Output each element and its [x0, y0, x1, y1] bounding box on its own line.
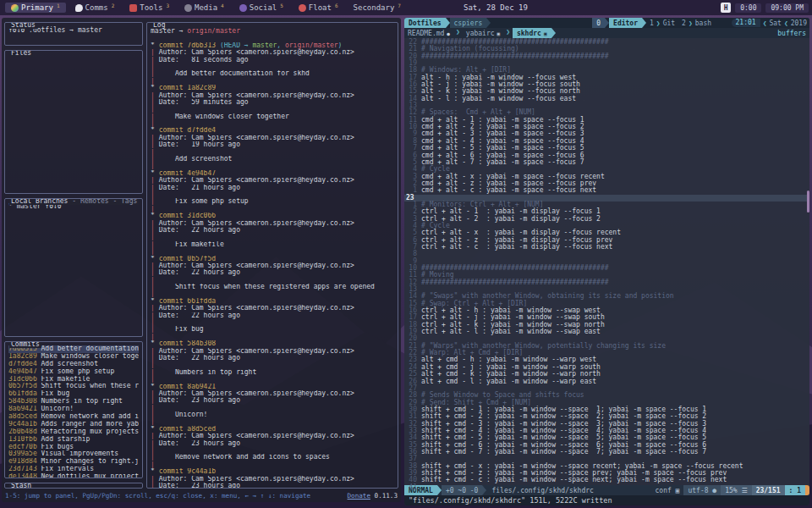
editor-line[interactable]: 8	[404, 251, 809, 257]
space-item-media[interactable]: Media4	[178, 3, 230, 13]
buffer-tab[interactable]: README.md●	[404, 28, 453, 38]
timer-app-icon[interactable]: H	[721, 3, 731, 13]
log-line: * commit 8a69421	[151, 384, 394, 390]
commit-row[interactable]: a8d5ced Remove network and add icons t	[8, 413, 139, 421]
space-item-float[interactable]: Float6	[293, 3, 344, 13]
space-label: Secondary	[354, 3, 395, 12]
buffer-file-icon: ▣	[497, 30, 501, 36]
commit-row[interactable]: 0399a5e Visual improvements	[8, 450, 139, 458]
clock[interactable]: 09:00 PM	[765, 3, 809, 13]
commit-row[interactable]: 584b308 Numbers in top right	[8, 398, 139, 406]
editor-line[interactable]: 12######################################…	[404, 279, 809, 286]
editor-line[interactable]: 36shift + cmd - 7 : yabai -m window --sp…	[404, 449, 809, 456]
log-line: * commit 1a82c89	[151, 85, 394, 91]
editor-line[interactable]: 19ctrl + alt - l : yabai -m window --swa…	[404, 329, 809, 335]
editor-line[interactable]: 10######################################…	[404, 265, 809, 272]
commit-row[interactable]: 1a82c89 Make windows closer together	[8, 353, 139, 361]
space-label: Media	[195, 3, 217, 12]
tmux-window-index[interactable]: 0	[592, 18, 605, 28]
log-line: |	[151, 334, 394, 340]
log-line: * commit a8d5ced	[151, 426, 394, 433]
commit-row[interactable]: 4e94b47 Fix some php setup	[8, 368, 139, 376]
space-item-tools[interactable]: Tools3	[123, 3, 175, 13]
log-line: | Author: Cam Spiers <cameron.spiers@hey…	[151, 390, 394, 397]
log-line: * commit 9c44a1b	[151, 468, 394, 475]
chat-icon	[75, 4, 83, 12]
status-panel[interactable]: Status ↑0↓0 .dotfiles → master	[4, 22, 143, 46]
log-line: | Fix makefile	[151, 241, 394, 248]
log-line: | Date: 23 hours ago	[151, 440, 394, 447]
editor-line[interactable]: 1cmd + alt - c : yabai -m space --focus …	[404, 187, 809, 194]
tmux-bar-right: 21:01 ❮ Sat ❮ 2019	[732, 18, 809, 28]
editor-line[interactable]: 26alt + cmd - l : yabai -m window --warp…	[404, 378, 809, 385]
tmux-window-active[interactable]: Editor	[609, 18, 642, 28]
log-panel[interactable]: Log master → origin/master* commit 7d6b3…	[146, 22, 398, 489]
files-panel[interactable]: Files	[4, 50, 143, 194]
editor-line[interactable]: 41	[404, 484, 809, 491]
commit-row[interactable]: de13448 New dotfiles mux project	[8, 473, 139, 478]
space-number: 5	[280, 3, 283, 8]
log-line: |	[151, 234, 394, 240]
menubar-right: H 0:00 09:00 PM	[721, 0, 809, 15]
branches-panel[interactable]: Local Branches - Remotes - Tags * master…	[4, 198, 143, 337]
float-icon	[299, 4, 306, 12]
tmux-year: 2019	[791, 19, 807, 27]
space-item-primary[interactable]: Primary1	[5, 3, 66, 13]
tmux-session-name[interactable]: Dotfiles	[404, 18, 446, 28]
timer-value[interactable]: 0:00	[735, 3, 761, 13]
log-content: master → origin/master* commit 7d6b313 (…	[151, 26, 394, 489]
log-line: |	[151, 163, 394, 169]
editor-area[interactable]: 22######################################…	[404, 38, 809, 485]
commits-panel[interactable]: Commits 7d6b313 Add better documentation…	[4, 341, 143, 478]
editor-line[interactable]: 14alt - l : yabai -m window --focus east	[404, 96, 809, 102]
stash-panel[interactable]: Stash	[4, 483, 143, 489]
log-line: | Make windows closer together	[151, 113, 394, 120]
commit-row[interactable]: 0b57f5d Shift focus when these registe	[8, 383, 139, 390]
commit-row[interactable]: 23d7143 Fix intervals	[8, 466, 139, 473]
log-line: | Author: Cam Spiers <cameron.spiers@hey…	[151, 177, 394, 184]
space-item-secondary[interactable]: Secondary7	[348, 3, 407, 13]
commits-panel-title: Commits	[9, 341, 41, 348]
log-line: | Date: 81 seconds ago	[151, 57, 394, 64]
space-item-comms[interactable]: Comms2	[69, 3, 121, 13]
buffer-file-icon: ▣	[544, 30, 547, 36]
buffer-file-icon: ●	[447, 30, 450, 36]
tmux-window[interactable]: 2❯bash	[678, 18, 715, 28]
commit-row[interactable]: e918d84 Minor changes to right.jsx	[8, 458, 139, 466]
commit-row[interactable]: 1310fb6 Add starship	[8, 436, 139, 444]
editor-line[interactable]: 7ctrl + alt - c : yabai -m display --foc…	[404, 244, 809, 251]
space-item-social[interactable]: Social5	[233, 3, 289, 13]
donate-link[interactable]: Donate	[348, 492, 370, 500]
commit-row[interactable]: d7fdde4 Add screenshot	[8, 361, 139, 368]
log-line: | Date: 23 hours ago	[151, 397, 394, 404]
log-panel-title: Log	[151, 22, 167, 29]
commit-row[interactable]: 9c44a1b Adds ranger and more yabai	[8, 421, 139, 428]
log-line: | Add screenshot	[151, 156, 394, 163]
buffer-tab[interactable]: yabairc▣	[463, 28, 503, 38]
chevron-right-icon: ❯	[503, 28, 513, 38]
log-line: | Author: Cam Spiers <cameron.spiers@hey…	[151, 135, 394, 141]
space-number: 7	[398, 3, 401, 8]
log-line: | Shift focus when these registered apps…	[151, 284, 394, 290]
editor-line[interactable]: 20######################################…	[404, 53, 809, 60]
space-label: Social	[250, 3, 277, 12]
editor-line[interactable]: 5cmd + alt - 7 : yabai -m space --focus …	[404, 159, 809, 166]
log-line: | Fix bug	[151, 326, 394, 333]
log-line: | Add better documentation for skhd	[151, 70, 394, 77]
log-line: |	[151, 447, 394, 454]
editor-line[interactable]: 3ctrl + alt - 2 : yabai -m display --foc…	[404, 216, 809, 223]
editor-line[interactable]: 40shift + cmd - c : yabai -m window --sp…	[404, 477, 809, 483]
chevron-right-icon: ❯	[453, 28, 463, 38]
branches-panel-title: Local Branches - Remotes - Tags	[9, 198, 139, 205]
commit-row[interactable]: 31dc066 Fix makefile	[8, 376, 139, 384]
tmux-window[interactable]: 1❯Git	[646, 18, 678, 28]
commit-row[interactable]: 661fdda Fix bug	[8, 390, 139, 398]
buffer-tab-active[interactable]: skhdrc▣	[513, 28, 551, 38]
scrollbar-thumb[interactable]	[807, 190, 809, 213]
vim-command-line[interactable]: "files/.config/skhd/skhdrc" 151L, 5222C …	[404, 495, 809, 505]
commit-row[interactable]: 8a69421 Unicorn!	[8, 406, 139, 413]
commit-row[interactable]: 2b0b48d Refactoring mux projects	[8, 428, 139, 436]
commit-row[interactable]: edcf70b Fix bugs	[8, 444, 139, 451]
log-line: |	[151, 362, 394, 368]
log-line: | Date: 21 hours ago	[151, 185, 394, 191]
